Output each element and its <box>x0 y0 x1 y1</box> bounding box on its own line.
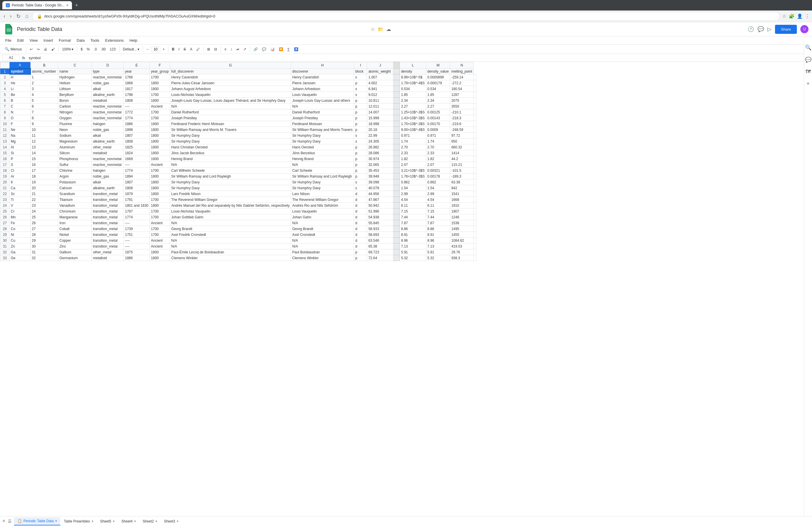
cell-j32[interactable]: 69.723 <box>367 249 393 255</box>
row-num-23[interactable]: 23 <box>0 197 10 203</box>
cell-b27[interactable]: 26 <box>31 220 58 226</box>
cell-l1[interactable]: density <box>400 69 426 74</box>
cell-j12[interactable]: 22.99 <box>367 133 393 139</box>
cell-f18[interactable]: 1700 <box>150 168 170 173</box>
cell-n33[interactable]: 938.3 <box>450 255 474 261</box>
menu-edit[interactable]: Edit <box>14 37 27 44</box>
cell-b19[interactable]: 18 <box>31 173 58 179</box>
formula-input[interactable]: symbol <box>27 55 810 61</box>
cell-b31[interactable]: 30 <box>31 243 58 249</box>
cell-b18[interactable]: 17 <box>31 168 58 173</box>
cell-l11[interactable]: 9.00×10$^-4$S <box>400 127 426 133</box>
cell-m6[interactable]: 2.34 <box>426 98 450 103</box>
cell-b6[interactable]: 5 <box>31 98 58 103</box>
cell-undefined26[interactable] <box>474 214 476 220</box>
row-num-11[interactable]: 11 <box>0 127 10 133</box>
row-num-6[interactable]: 6 <box>0 98 10 103</box>
cell-c9[interactable]: Oxygen <box>58 115 92 121</box>
cell-g24[interactable]: Andrés Manuel del Rio and separately by … <box>170 203 291 209</box>
cell-m27[interactable]: 7.87 <box>426 220 450 226</box>
cell-f17[interactable]: Ancient <box>150 162 170 168</box>
cell-f6[interactable]: 1800 <box>150 98 170 103</box>
cell-d18[interactable]: halogen <box>92 168 124 173</box>
cell-undefined6[interactable] <box>474 98 476 103</box>
cell-n21[interactable]: 842 <box>450 185 474 191</box>
row-num-14[interactable]: 14 <box>0 144 10 150</box>
cell-a5[interactable]: Be <box>10 92 31 98</box>
cell-h4[interactable]: Johann Arfvedson <box>291 86 354 92</box>
cell-n26[interactable]: 1246 <box>450 214 474 220</box>
cell-d16[interactable]: reactive_nonmetal <box>92 156 124 162</box>
cell-n3[interactable]: -272.2 <box>450 80 474 86</box>
cell-undefined32[interactable] <box>474 249 476 255</box>
cell-j26[interactable]: 54.938 <box>367 214 393 220</box>
cell-c31[interactable]: Zinc <box>58 243 92 249</box>
cell-h27[interactable]: N/A <box>291 220 354 226</box>
cell-k26[interactable] <box>393 214 400 220</box>
cell-g9[interactable]: Joseph Priestley <box>170 115 291 121</box>
cell-f3[interactable]: 1800 <box>150 80 170 86</box>
folder-icon[interactable]: 📁 <box>378 27 383 32</box>
row-num-13[interactable]: 13 <box>0 139 10 144</box>
col-header-e[interactable]: E <box>124 62 150 69</box>
cell-j1[interactable]: atomic_weight <box>367 69 393 74</box>
cell-i33[interactable]: p <box>354 255 367 261</box>
decimal-increase-button[interactable]: .00 <box>99 46 107 53</box>
cell-h30[interactable]: N/A <box>291 238 354 243</box>
cell-k16[interactable] <box>393 156 400 162</box>
cell-e29[interactable]: 1751 <box>124 232 150 238</box>
sheet-tab-preambles[interactable]: Table Preambles ▾ <box>60 517 97 525</box>
cell-k18[interactable] <box>393 168 400 173</box>
cell-d25[interactable]: transition_metal <box>92 209 124 214</box>
wrap-button[interactable]: ⇌ <box>234 46 241 53</box>
cell-a32[interactable]: Ga <box>10 249 31 255</box>
italic-button[interactable]: I <box>177 46 181 53</box>
explore-icon[interactable]: 🔍 <box>804 43 812 52</box>
cell-c23[interactable]: Titanium <box>58 197 92 203</box>
cell-c16[interactable]: Phosphorus <box>58 156 92 162</box>
cell-b26[interactable]: 25 <box>31 214 58 220</box>
sheet-tab-sheet5[interactable]: Sheet5 ▾ <box>97 517 118 525</box>
cell-d17[interactable]: reactive_nonmetal <box>92 162 124 168</box>
cell-a25[interactable]: Cr <box>10 209 31 214</box>
row-num-28[interactable]: 28 <box>0 226 10 232</box>
cell-m14[interactable]: 2.70 <box>426 144 450 150</box>
col-header-i[interactable]: I <box>354 62 367 69</box>
cell-undefined30[interactable] <box>474 238 476 243</box>
cell-j17[interactable]: 32.065 <box>367 162 393 168</box>
row-num-10[interactable]: 10 <box>0 121 10 127</box>
cell-e14[interactable]: 1825 <box>124 144 150 150</box>
cell-h21[interactable]: Sir Humphry Davy <box>291 185 354 191</box>
cell-j13[interactable]: 24.305 <box>367 139 393 144</box>
cell-d20[interactable]: alkali <box>92 179 124 185</box>
menu-data[interactable]: Data <box>74 37 87 44</box>
cell-c15[interactable]: Silicon <box>58 150 92 156</box>
cell-a27[interactable]: Fe <box>10 220 31 226</box>
cell-e9[interactable]: 1774 <box>124 115 150 121</box>
cell-undefined31[interactable] <box>474 243 476 249</box>
cell-d13[interactable]: alkaline_earth <box>92 139 124 144</box>
cell-i32[interactable]: p <box>354 249 367 255</box>
cell-e25[interactable]: 1797 <box>124 209 150 214</box>
cell-k14[interactable] <box>393 144 400 150</box>
cell-i31[interactable]: d <box>354 243 367 249</box>
cell-i28[interactable]: d <box>354 226 367 232</box>
cell-e15[interactable]: 1824 <box>124 150 150 156</box>
cell-g3[interactable]: Pierre-Jules-César Janssen <box>170 80 291 86</box>
cell-h3[interactable]: Pierre Janssen <box>291 80 354 86</box>
cell-n10[interactable]: -219.6 <box>450 121 474 127</box>
cell-b14[interactable]: 13 <box>31 144 58 150</box>
row-num-19[interactable]: 19 <box>0 173 10 179</box>
cell-j24[interactable]: 50.942 <box>367 203 393 209</box>
cell-e26[interactable]: 1774 <box>124 214 150 220</box>
cell-i4[interactable]: s <box>354 86 367 92</box>
cell-m18[interactable]: 0.00321 <box>426 168 450 173</box>
cell-i15[interactable]: p <box>354 150 367 156</box>
cell-h29[interactable]: Axel Cronstedt <box>291 232 354 238</box>
cell-i5[interactable]: s <box>354 92 367 98</box>
cell-j30[interactable]: 63.546 <box>367 238 393 243</box>
cell-n24[interactable]: 1910 <box>450 203 474 209</box>
cell-e33[interactable]: 1886 <box>124 255 150 261</box>
cell-n9[interactable]: -218.3 <box>450 115 474 121</box>
cell-k32[interactable] <box>393 249 400 255</box>
